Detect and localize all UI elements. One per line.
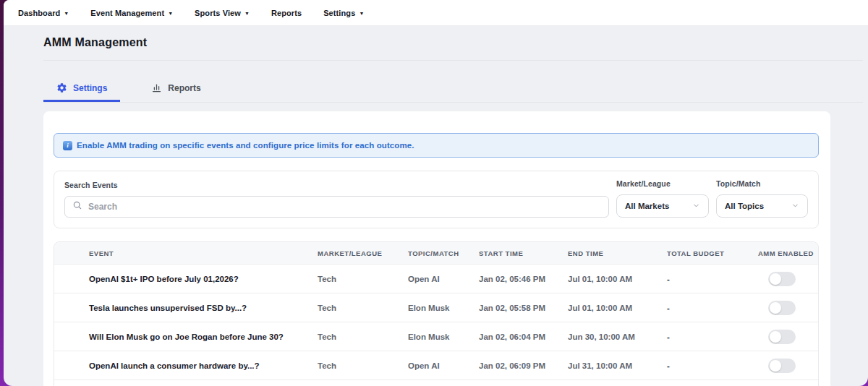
- start-time-cell: Jan 02, 06:09 PM: [479, 361, 568, 370]
- chevron-down-icon: [692, 200, 700, 213]
- table-row: OpenAI $1t+ IPO before July 01,2026? Tec…: [54, 264, 818, 293]
- topic-match-value: All Topics: [725, 202, 764, 210]
- event-cell: OpenAI launch a consumer hardware by...?: [54, 361, 318, 370]
- table-row: Tesla launches unsupervised FSD by...? T…: [54, 293, 818, 322]
- tab-settings-label: Settings: [73, 83, 107, 93]
- market-league-value: All Markets: [625, 202, 669, 210]
- nav-item-label: Reports: [271, 9, 302, 17]
- top-nav: Dashboard ▼ Event Management ▼ Sports Vi…: [4, 0, 868, 26]
- divider: [43, 60, 863, 61]
- topic-match-cell: Elon Musk: [408, 333, 479, 341]
- chevron-down-icon: [791, 200, 799, 213]
- col-event: EVENT: [54, 249, 318, 257]
- table-row: OpenAI launch a consumer hardware by...?…: [54, 351, 818, 379]
- market-league-label: Market/League: [616, 179, 709, 188]
- total-budget-cell: -: [667, 361, 758, 370]
- nav-item-reports[interactable]: Reports: [271, 9, 302, 17]
- event-cell: OpenAI $1t+ IPO before July 01,2026?: [54, 275, 318, 283]
- tab-reports-label: Reports: [168, 83, 200, 93]
- events-table: EVENT MARKET/LEAGUE TOPIC/MATCH START TI…: [54, 241, 819, 386]
- toggle-knob: [770, 331, 781, 343]
- info-icon: i: [63, 141, 72, 150]
- amm-enabled-cell: [758, 359, 818, 373]
- topic-match-cell: Elon Musk: [408, 304, 479, 312]
- amm-toggle[interactable]: [768, 359, 796, 373]
- info-banner-text: Enable AMM trading on specific events an…: [77, 141, 414, 150]
- app-window: Dashboard ▼ Event Management ▼ Sports Vi…: [4, 0, 868, 386]
- search-field: Search Events: [64, 181, 609, 218]
- col-topic-match: TOPIC/MATCH: [408, 249, 479, 257]
- market-league-cell: Tech: [318, 304, 408, 312]
- total-budget-cell: -: [667, 333, 758, 341]
- market-league-cell: Tech: [318, 361, 408, 370]
- market-league-cell: Tech: [318, 275, 408, 283]
- tab-reports[interactable]: Reports: [138, 78, 213, 102]
- end-time-cell: Jul 01, 10:00 AM: [568, 304, 667, 312]
- amm-toggle[interactable]: [768, 330, 796, 344]
- table-body: OpenAI $1t+ IPO before July 01,2026? Tec…: [54, 264, 818, 379]
- topic-match-field: Topic/Match All Topics: [716, 179, 808, 218]
- col-end-time: END TIME: [568, 249, 667, 257]
- table-header: EVENT MARKET/LEAGUE TOPIC/MATCH START TI…: [54, 242, 818, 264]
- nav-item-settings[interactable]: Settings ▼: [323, 9, 364, 17]
- start-time-cell: Jan 02, 06:04 PM: [479, 333, 568, 341]
- settings-panel: i Enable AMM trading on specific events …: [43, 111, 830, 386]
- total-budget-cell: -: [667, 304, 758, 312]
- search-icon: [72, 200, 82, 213]
- total-budget-cell: -: [667, 275, 758, 283]
- table-row: Will Elon Musk go on Joe Rogan before Ju…: [54, 322, 818, 351]
- toggle-knob: [770, 360, 781, 372]
- market-league-select[interactable]: All Markets: [616, 194, 709, 218]
- col-total-budget: TOTAL BUDGET: [667, 249, 758, 257]
- toggle-knob: [770, 273, 781, 285]
- col-market-league: MARKET/LEAGUE: [318, 249, 408, 257]
- col-start-time: START TIME: [479, 249, 568, 257]
- amm-enabled-cell: [758, 301, 818, 315]
- page-title: AMM Management: [43, 36, 863, 49]
- chevron-down-icon: ▼: [168, 11, 173, 16]
- nav-item-sports-view[interactable]: Sports View ▼: [195, 9, 250, 17]
- tab-bar: Settings Reports: [43, 78, 863, 103]
- market-league-field: Market/League All Markets: [616, 179, 709, 218]
- chevron-down-icon: ▼: [64, 11, 69, 16]
- amm-toggle[interactable]: [768, 272, 796, 286]
- nav-item-event-management[interactable]: Event Management ▼: [90, 9, 173, 17]
- filters-bar: Search Events Market/League All Markets: [54, 171, 819, 228]
- amm-enabled-cell: [758, 330, 818, 344]
- topic-match-cell: Open AI: [408, 361, 479, 370]
- start-time-cell: Jan 02, 05:58 PM: [479, 304, 568, 312]
- nav-item-label: Settings: [323, 9, 355, 17]
- nav-item-label: Dashboard: [18, 9, 60, 17]
- bar-chart-icon: [151, 82, 162, 93]
- end-time-cell: Jul 01, 10:00 AM: [568, 275, 667, 283]
- topic-match-cell: Open AI: [408, 275, 479, 283]
- search-box: [64, 196, 609, 218]
- page-content: AMM Management Settings Reports i Enable…: [4, 36, 868, 386]
- start-time-cell: Jan 02, 05:46 PM: [479, 275, 568, 283]
- amm-toggle[interactable]: [768, 301, 796, 315]
- event-cell: Will Elon Musk go on Joe Rogan before Ju…: [54, 333, 318, 341]
- table-row: [54, 379, 818, 386]
- gear-icon: [56, 82, 67, 93]
- toggle-knob: [770, 302, 781, 314]
- col-amm-enabled: AMM ENABLED: [758, 249, 818, 257]
- amm-enabled-cell: [758, 272, 818, 286]
- tab-settings[interactable]: Settings: [43, 78, 120, 102]
- end-time-cell: Jun 30, 10:00 AM: [568, 333, 667, 341]
- market-league-cell: Tech: [318, 333, 408, 341]
- nav-item-dashboard[interactable]: Dashboard ▼: [18, 9, 69, 17]
- search-input[interactable]: [88, 202, 601, 212]
- end-time-cell: Jul 31, 10:00 AM: [568, 361, 667, 370]
- topic-match-label: Topic/Match: [716, 179, 808, 188]
- topic-match-select[interactable]: All Topics: [716, 194, 808, 218]
- info-banner: i Enable AMM trading on specific events …: [54, 133, 819, 158]
- event-cell: Tesla launches unsupervised FSD by...?: [54, 304, 318, 312]
- chevron-down-icon: ▼: [244, 11, 250, 16]
- nav-item-label: Sports View: [195, 9, 241, 17]
- chevron-down-icon: ▼: [359, 11, 364, 16]
- search-label: Search Events: [64, 181, 609, 189]
- nav-item-label: Event Management: [90, 9, 164, 17]
